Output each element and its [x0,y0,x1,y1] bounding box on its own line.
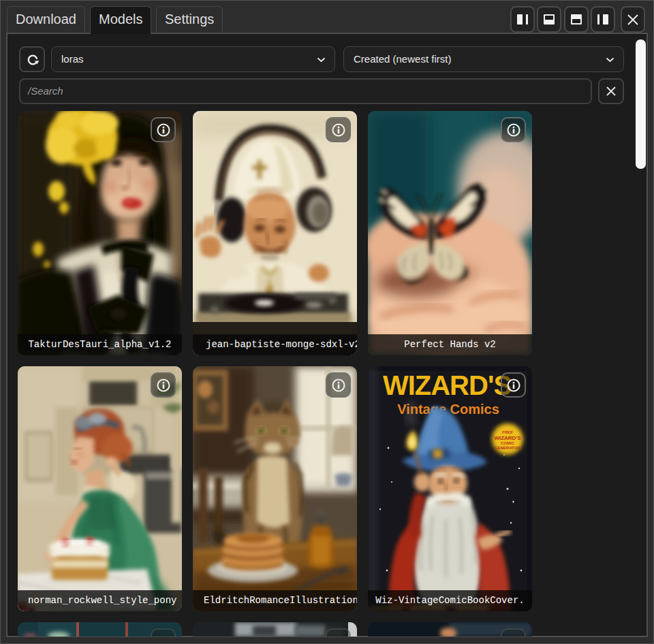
svg-text:GENERATOR: GENERATOR [495,446,520,450]
svg-text:WIZARD'S: WIZARD'S [494,435,521,441]
svg-text:COMIC: COMIC [501,441,515,445]
svg-text:FREE: FREE [502,430,513,434]
svg-text:WIZARD'S: WIZARD'S [383,370,511,400]
